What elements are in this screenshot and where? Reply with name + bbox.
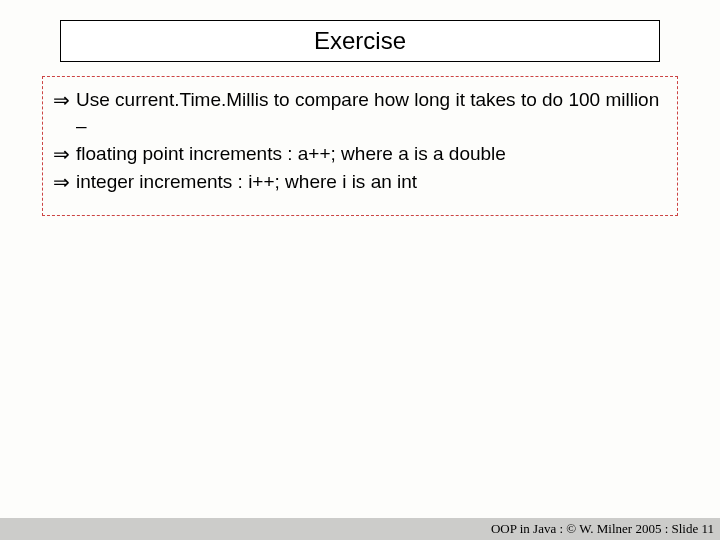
title-box: Exercise xyxy=(60,20,660,62)
arrow-icon: ⇒ xyxy=(53,141,70,167)
slide-title: Exercise xyxy=(314,27,406,55)
list-item: ⇒ floating point increments : a++; where… xyxy=(53,141,663,167)
bullet-text: floating point increments : a++; where a… xyxy=(76,141,506,167)
footer-bar: OOP in Java : © W. Milner 2005 : Slide 1… xyxy=(0,518,720,540)
list-item: ⇒ Use current.Time.Millis to compare how… xyxy=(53,87,663,139)
footer-text: OOP in Java : © W. Milner 2005 : Slide 1… xyxy=(491,521,714,537)
arrow-icon: ⇒ xyxy=(53,87,70,113)
content-box: ⇒ Use current.Time.Millis to compare how… xyxy=(42,76,678,216)
bullet-text: integer increments : i++; where i is an … xyxy=(76,169,417,195)
arrow-icon: ⇒ xyxy=(53,169,70,195)
list-item: ⇒ integer increments : i++; where i is a… xyxy=(53,169,663,195)
bullet-text: Use current.Time.Millis to compare how l… xyxy=(76,87,663,139)
